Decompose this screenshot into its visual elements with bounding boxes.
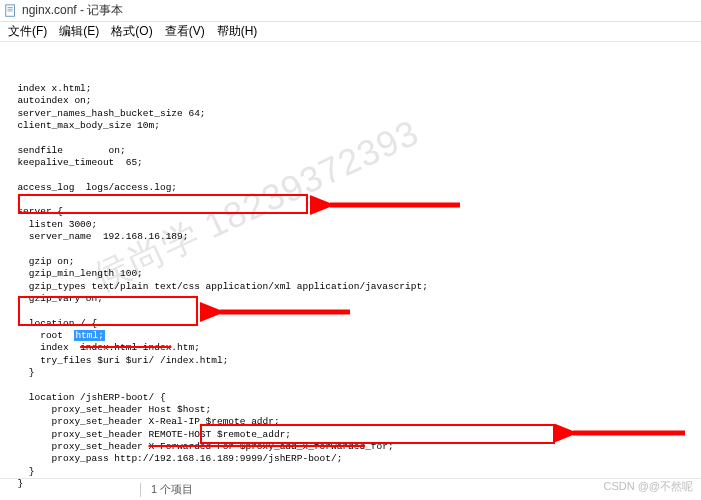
menu-view[interactable]: 查看(V) [159,21,211,42]
code-body: index x.html; autoindex on; server_names… [6,83,695,490]
editor-area[interactable]: 侯尚学 18239372393 index x.html; autoindex … [0,42,701,490]
window-title: nginx.conf - 记事本 [22,2,123,19]
menubar: 文件(F) 编辑(E) 格式(O) 查看(V) 帮助(H) [0,22,701,42]
selected-text: html; [74,330,105,341]
menu-edit[interactable]: 编辑(E) [53,21,105,42]
menu-format[interactable]: 格式(O) [105,21,158,42]
titlebar: nginx.conf - 记事本 [0,0,701,22]
svg-rect-0 [6,4,15,15]
menu-help[interactable]: 帮助(H) [211,21,264,42]
menu-file[interactable]: 文件(F) [2,21,53,42]
notepad-icon [4,4,18,18]
